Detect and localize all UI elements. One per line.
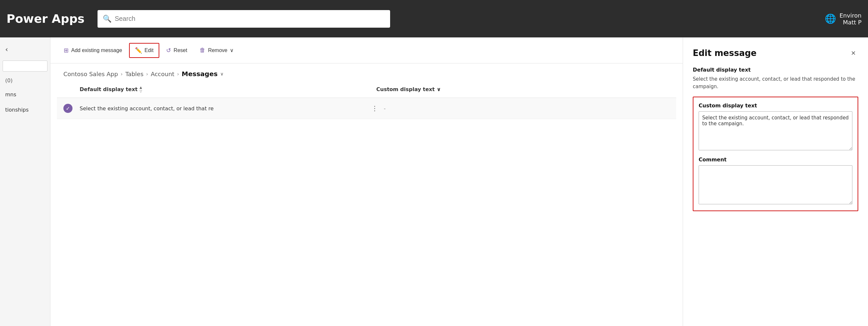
- comment-input[interactable]: [699, 165, 852, 204]
- remove-button[interactable]: 🗑 Remove ∨: [194, 43, 240, 57]
- sort-desc-icon: ▽: [140, 89, 142, 93]
- breadcrumb: Contoso Sales App › Tables › Account › M…: [51, 63, 683, 81]
- default-display-text-label: Default display text: [693, 67, 858, 73]
- sidebar-counter: (0): [0, 74, 50, 87]
- reset-button[interactable]: ↺ Reset: [161, 43, 193, 58]
- sidebar-search-input[interactable]: [3, 61, 48, 71]
- toolbar: ⊞ Add existing message ✏️ Edit ↺ Reset 🗑…: [51, 37, 683, 63]
- add-existing-message-button[interactable]: ⊞ Add existing message: [58, 43, 128, 58]
- user-label: Matt P: [839, 19, 862, 26]
- env-info: Environ Matt P: [839, 12, 862, 26]
- back-icon: ‹: [5, 45, 8, 53]
- breadcrumb-sep3: ›: [177, 71, 179, 77]
- top-navigation: Power Apps 🔍 🌐 Environ Matt P: [0, 0, 868, 37]
- back-button[interactable]: ‹: [0, 41, 50, 58]
- remove-icon: 🗑: [199, 47, 206, 54]
- right-panel: Edit message × Default display text Sele…: [683, 37, 868, 326]
- search-icon: 🔍: [103, 14, 112, 23]
- breadcrumb-tables[interactable]: Tables: [125, 70, 143, 78]
- header-custom-dropdown-icon: ∨: [437, 86, 441, 92]
- sidebar-item-columns-label: mns: [5, 91, 16, 98]
- custom-display-text-input[interactable]: [699, 111, 852, 150]
- reset-label: Reset: [174, 48, 187, 53]
- sidebar-item-relationships-label: tionships: [5, 107, 29, 113]
- header-custom-display-text[interactable]: Custom display text ∨: [376, 86, 670, 92]
- panel-title: Edit message: [693, 48, 756, 58]
- comment-label: Comment: [699, 156, 852, 163]
- edit-label: Edit: [145, 48, 154, 53]
- reset-icon: ↺: [166, 47, 171, 54]
- add-existing-label: Add existing message: [71, 48, 122, 53]
- row-menu-icon[interactable]: ⋮: [369, 103, 381, 114]
- main-layout: ‹ (0) mns tionships ⊞ Add existing messa…: [0, 37, 868, 326]
- add-existing-icon: ⊞: [64, 47, 69, 54]
- search-bar[interactable]: 🔍: [97, 10, 390, 28]
- breadcrumb-sep2: ›: [146, 71, 148, 77]
- sidebar: ‹ (0) mns tionships: [0, 37, 51, 326]
- row-check: ✓: [63, 104, 76, 113]
- row-default-text: Select the existing account, contact, or…: [80, 106, 366, 112]
- remove-label: Remove: [208, 48, 227, 53]
- search-input[interactable]: [115, 15, 385, 23]
- header-default-display-text[interactable]: Default display text ▲ ▽: [80, 86, 373, 93]
- panel-close-button[interactable]: ×: [848, 47, 858, 59]
- nav-right: 🌐 Environ Matt P: [825, 12, 862, 26]
- content-area: ⊞ Add existing message ✏️ Edit ↺ Reset 🗑…: [51, 37, 683, 326]
- globe-icon: 🌐: [825, 13, 836, 24]
- highlighted-section: Custom display text Comment: [693, 97, 858, 211]
- custom-display-text-label: Custom display text: [699, 102, 852, 109]
- breadcrumb-account[interactable]: Account: [151, 70, 175, 78]
- header-default-label: Default display text: [80, 86, 137, 92]
- sort-asc-icon: ▲: [140, 86, 142, 89]
- edit-button[interactable]: ✏️ Edit: [129, 43, 160, 58]
- row-check-circle: ✓: [63, 104, 72, 113]
- breadcrumb-messages[interactable]: Messages: [182, 70, 218, 78]
- sidebar-item-columns[interactable]: mns: [0, 87, 50, 102]
- sidebar-item-relationships[interactable]: tionships: [0, 102, 50, 117]
- breadcrumb-app[interactable]: Contoso Sales App: [63, 70, 118, 78]
- table-row[interactable]: ✓ Select the existing account, contact, …: [57, 98, 676, 119]
- sort-icons[interactable]: ▲ ▽: [140, 86, 142, 93]
- table-header: Default display text ▲ ▽ Custom display …: [57, 81, 676, 98]
- default-display-text-desc: Select the existing account, contact, or…: [693, 76, 858, 90]
- remove-dropdown-icon: ∨: [230, 47, 234, 53]
- edit-icon: ✏️: [135, 47, 142, 54]
- panel-header: Edit message ×: [693, 47, 858, 59]
- breadcrumb-dropdown-icon[interactable]: ∨: [220, 71, 223, 77]
- row-custom-text: -: [384, 106, 670, 112]
- env-label: Environ: [839, 12, 862, 19]
- header-custom-label: Custom display text: [376, 86, 435, 92]
- breadcrumb-sep1: ›: [121, 71, 123, 77]
- table-area: Default display text ▲ ▽ Custom display …: [51, 81, 683, 326]
- app-title: Power Apps: [6, 12, 85, 25]
